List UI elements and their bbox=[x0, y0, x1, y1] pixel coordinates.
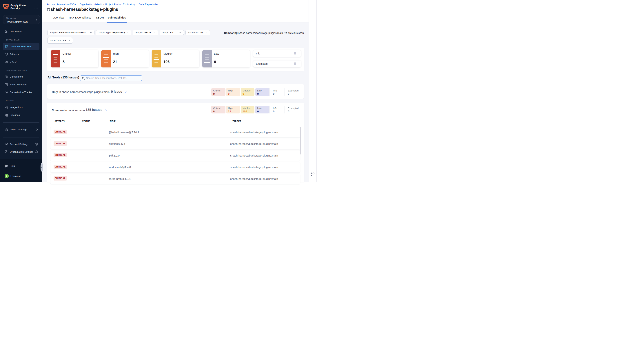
svg-text:?: ? bbox=[6, 165, 7, 166]
